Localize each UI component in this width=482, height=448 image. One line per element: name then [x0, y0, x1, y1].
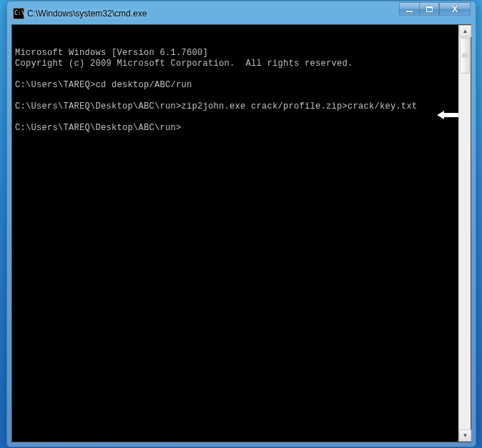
scroll-up-button[interactable]: ▲ — [459, 25, 471, 37]
window-controls: X — [399, 2, 471, 16]
vertical-scrollbar[interactable]: ▲ ▼ — [458, 25, 471, 442]
prompt-line-1: C:\Users\TAREQ>cd desktop/ABC/run — [15, 80, 456, 91]
titlebar[interactable]: C:\. C:\Windows\system32\cmd.exe X — [11, 6, 471, 21]
arrow-annotation — [437, 89, 458, 98]
prompt-line-3: C:\Users\TAREQ\Desktop\ABC\run> — [15, 123, 456, 134]
scroll-down-button[interactable]: ▼ — [459, 429, 471, 442]
close-button[interactable]: X — [439, 2, 471, 16]
prompt: C:\Users\TAREQ\Desktop\ABC\run> — [15, 101, 182, 111]
terminal-output[interactable]: Microsoft Windows [Version 6.1.7600]Copy… — [12, 25, 458, 442]
maximize-button[interactable] — [419, 2, 439, 16]
scroll-thumb[interactable] — [460, 38, 470, 74]
close-icon: X — [452, 5, 458, 14]
chevron-up-icon: ▲ — [463, 28, 468, 34]
maximize-icon — [426, 6, 433, 12]
svg-marker-0 — [437, 111, 458, 119]
command: zip2john.exe crack/profile.zip>crack/key… — [182, 101, 418, 111]
minimize-icon — [406, 11, 413, 12]
prompt: C:\Users\TAREQ> — [15, 80, 96, 90]
thumb-grip-icon — [462, 54, 468, 58]
minimize-button[interactable] — [399, 2, 419, 16]
banner-line-1: Microsoft Windows [Version 6.1.7600] — [15, 48, 456, 59]
chevron-down-icon: ▼ — [463, 432, 468, 439]
prompt: C:\Users\TAREQ\Desktop\ABC\run> — [15, 123, 182, 133]
scroll-track[interactable] — [459, 37, 471, 429]
cmd-window: C:\. C:\Windows\system32\cmd.exe X Micro… — [6, 1, 476, 447]
client-area: Microsoft Windows [Version 6.1.7600]Copy… — [11, 24, 471, 442]
prompt-line-2: C:\Users\TAREQ\Desktop\ABC\run>zip2john.… — [15, 101, 456, 112]
cmd-icon: C:\. — [13, 8, 24, 19]
command: cd desktop/ABC/run — [96, 80, 192, 90]
banner-line-2: Copyright (c) 2009 Microsoft Corporation… — [15, 59, 456, 69]
